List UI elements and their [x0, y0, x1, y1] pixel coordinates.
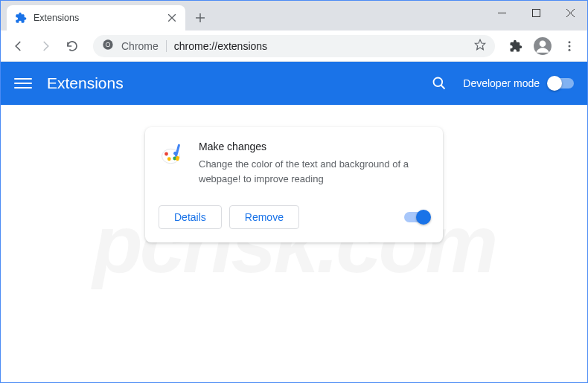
omnibox[interactable]: Chrome chrome://extensions — [93, 35, 495, 57]
close-button[interactable] — [553, 1, 587, 25]
chrome-logo-icon — [102, 39, 114, 53]
svg-point-16 — [569, 48, 571, 51]
close-tab-icon[interactable] — [166, 12, 178, 24]
developer-mode-row: Developer mode — [463, 77, 574, 89]
svg-point-15 — [569, 45, 571, 47]
minimize-button[interactable] — [485, 1, 519, 25]
remove-button[interactable]: Remove — [229, 205, 299, 229]
svg-point-13 — [540, 40, 546, 47]
window-controls — [485, 1, 587, 25]
palette-icon — [159, 141, 185, 167]
svg-point-20 — [164, 152, 168, 156]
hamburger-menu-icon[interactable] — [14, 74, 32, 92]
profile-avatar[interactable] — [531, 34, 555, 58]
svg-point-14 — [569, 41, 571, 43]
developer-mode-label: Developer mode — [463, 77, 540, 89]
developer-mode-toggle[interactable] — [549, 78, 574, 88]
details-button[interactable]: Details — [159, 205, 222, 229]
omnibox-separator — [166, 40, 167, 52]
omnibox-url: chrome://extensions — [174, 40, 267, 52]
search-icon[interactable] — [430, 74, 448, 92]
extension-name: Make changes — [199, 141, 429, 152]
tab-title: Extensions — [33, 13, 160, 23]
page-title: Extensions — [47, 74, 124, 92]
svg-point-21 — [167, 157, 171, 161]
svg-point-10 — [106, 43, 110, 47]
back-button[interactable] — [7, 34, 31, 58]
content-area: pcrisk.com Make changes Cha — [1, 105, 587, 382]
svg-rect-1 — [532, 9, 540, 16]
extension-card: Make changes Change the color of the tex… — [145, 127, 443, 242]
kebab-menu-icon[interactable] — [557, 34, 581, 58]
tab-extensions[interactable]: Extensions — [7, 5, 185, 30]
svg-marker-11 — [475, 39, 485, 49]
svg-point-17 — [434, 78, 443, 87]
extension-enable-toggle[interactable] — [404, 212, 429, 222]
maximize-button[interactable] — [519, 1, 553, 25]
omnibox-scheme: Chrome — [121, 40, 159, 52]
svg-line-18 — [441, 86, 445, 89]
puzzle-piece-icon — [14, 11, 28, 25]
extension-description: Change the color of the text and backgro… — [199, 157, 429, 186]
bookmark-star-icon[interactable] — [474, 39, 486, 53]
browser-toolbar: Chrome chrome://extensions — [1, 30, 587, 62]
reload-button[interactable] — [60, 34, 84, 58]
new-tab-button[interactable] — [190, 7, 211, 28]
browser-window: Extensions Chrome chrome://extensions — [0, 0, 588, 383]
extensions-header: Extensions Developer mode — [1, 62, 587, 105]
forward-button[interactable] — [33, 34, 57, 58]
extensions-puzzle-icon[interactable] — [504, 34, 528, 58]
